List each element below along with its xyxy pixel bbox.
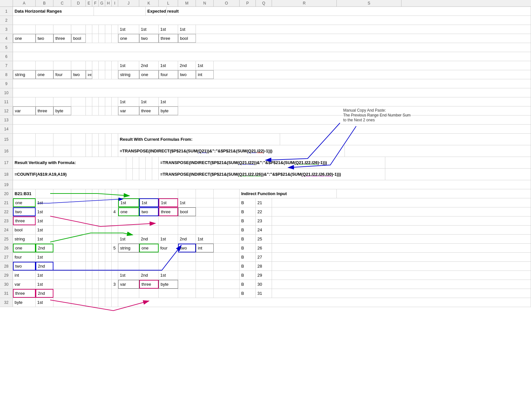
col-header-i: I (112, 0, 118, 6)
row-21: 21 one 1st 1st 1st 1st 1st B 21 (0, 198, 531, 207)
cell-cde1 (94, 7, 146, 16)
row-24: 24 bool 1st B 24 (0, 226, 531, 235)
cell-l30: byte (159, 280, 178, 289)
cell-l11: 1st (159, 97, 178, 106)
col-header-f: F (92, 0, 99, 6)
cell-2 (13, 16, 531, 25)
cell-m25: 2nd (178, 235, 196, 243)
cell-d4: bool (71, 34, 86, 43)
cell-j29: 1st (118, 271, 139, 280)
cell-q25: 25 (256, 235, 272, 243)
cell-b4: two (36, 34, 53, 43)
cell-b28: 2nd (36, 262, 53, 271)
cell-l3: 1st (159, 25, 178, 34)
row-26: 26 one 2nd 5 string one four two int B 2… (0, 244, 531, 253)
row-7: 7 1st 2nd 1st 2nd 1st (0, 61, 531, 70)
cell-a20: B21:B31 (13, 189, 36, 198)
row-28: 28 two 2nd B 28 (0, 262, 531, 271)
cell-i26: 5 (112, 244, 118, 252)
cell-k4: two (139, 34, 159, 43)
cell-q23: 23 (256, 216, 272, 225)
row-6: 6 (0, 52, 531, 61)
cell-k3: 1st (139, 25, 159, 34)
cell-b21: 1st (36, 198, 53, 207)
cell-m22: bool (178, 207, 196, 216)
cell-a28: two (13, 262, 36, 271)
cell-p25: B (240, 235, 256, 243)
cell-l29: 1st (159, 271, 178, 280)
cell-a29: int (13, 271, 36, 280)
cell-d3 (71, 25, 86, 34)
cell-p23: B (240, 216, 256, 225)
cell-j22: one (118, 207, 139, 216)
cell-k30: three (139, 280, 159, 289)
col-header-b: B (36, 0, 53, 6)
cell-m7: 2nd (178, 61, 196, 70)
cell-f3 (92, 25, 99, 34)
cell-b24: 1st (36, 226, 53, 234)
col-header-m: M (178, 0, 196, 6)
cell-a23: three (13, 216, 36, 225)
cell-f4 (92, 34, 99, 43)
cell-a32: byte (13, 298, 36, 307)
cell-l22: three (159, 207, 178, 216)
row-31: 31 three 2nd B 31 (0, 289, 531, 298)
cell-n25: 1st (196, 235, 214, 243)
corner-cell (0, 0, 13, 6)
cell-m3: 1st (178, 25, 196, 34)
cell-p31: B (240, 289, 256, 298)
cell-p24: B (240, 226, 256, 234)
row-3: 3 1st 1st 1st 1st (0, 25, 531, 34)
cell-j30: var (118, 280, 139, 289)
cell-e3 (86, 25, 92, 34)
cell-q27: 27 (256, 253, 272, 261)
cell-p22: B (240, 207, 256, 216)
cell-a1[interactable]: Data Horizontal Ranges (13, 7, 94, 16)
cell-l21: 1st (159, 198, 178, 207)
col-header-j: J (118, 0, 139, 6)
cell-p27: B (240, 253, 256, 261)
cell-p28: B (240, 262, 256, 271)
cell-q24: 24 (256, 226, 272, 234)
cell-a25: string (13, 235, 36, 243)
cell-k21: 1st (139, 198, 159, 207)
col-header-o: O (214, 0, 240, 6)
cell-l4: three (159, 34, 178, 43)
cell-j7: 1st (118, 61, 139, 70)
col-header-q: Q (256, 0, 272, 6)
col-header-n: N (196, 0, 214, 6)
col-header-a: A (13, 0, 36, 6)
cell-q21: 21 (256, 198, 272, 207)
cell-a4: one (13, 34, 36, 43)
cell-i4 (112, 34, 118, 43)
row-22: 22 two 1st 4 one two three bool B 22 (0, 207, 531, 216)
cell-q29: 29 (256, 271, 272, 280)
col-header-c: C (53, 0, 71, 6)
cell-p26: B (240, 244, 256, 252)
row-14: 14 (0, 125, 531, 134)
row-25: 25 string 1st 1st 2nd 1st 2nd 1st B 25 (0, 235, 531, 244)
cell-j21: 1st (118, 198, 139, 207)
row-11: 11 1st 1st 1st (0, 97, 531, 106)
cell-b27: 1st (36, 253, 53, 261)
cell-b23: 1st (36, 216, 53, 225)
row-20: 20 B21:B31 Indirect Function Input (0, 189, 531, 198)
column-headers: A B C D E F G H I J K L M N O P Q R S (0, 0, 531, 7)
cell-n7: 1st (196, 61, 214, 70)
cell-i3 (112, 25, 118, 34)
cell-rest1 (167, 7, 531, 16)
col-header-l: L (159, 0, 178, 6)
cell-q30: 30 (256, 280, 272, 289)
col-header-p: P (240, 0, 256, 6)
cell-a18: =COUNTIF(A$19:A19,A19) (13, 169, 126, 180)
cell-j4: one (118, 34, 139, 43)
spreadsheet: A B C D E F G H I J K L M N O P Q R S 1 … (0, 0, 531, 420)
cell-b26: 2nd (36, 244, 53, 252)
cell-a26: one (13, 244, 36, 252)
grid-body: 1 Data Horizontal Ranges Expected result… (0, 7, 531, 307)
cell-a24: bool (13, 226, 36, 234)
cell-b30: 1st (36, 280, 53, 289)
cell-q31: 31 (256, 289, 272, 298)
cell-k26: one (139, 244, 159, 252)
cell-q26: 26 (256, 244, 272, 252)
